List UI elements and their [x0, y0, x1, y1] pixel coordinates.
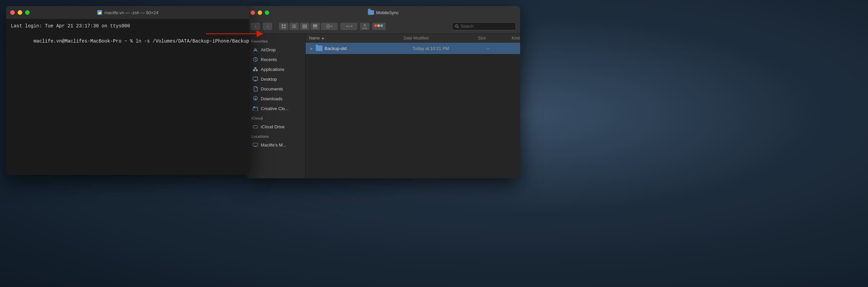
expand-button[interactable]: ▶ — [309, 46, 314, 51]
file-list-header: Name ▲ Date Modified Size Kind — [306, 34, 520, 43]
svg-rect-7 — [292, 26, 296, 27]
svg-rect-2 — [282, 24, 283, 26]
svg-rect-14 — [315, 28, 316, 28]
icloud-label: iCloud — [247, 113, 305, 122]
sort-arrow: ▲ — [321, 36, 325, 40]
column-modified[interactable]: Date Modified — [404, 36, 478, 41]
locations-label: Locations — [247, 132, 305, 140]
icloud-drive-icon — [253, 124, 258, 129]
search-icon — [455, 24, 459, 28]
svg-rect-30 — [253, 77, 258, 80]
finder-maximize-button[interactable] — [265, 10, 269, 15]
finder-title: MobileSync — [368, 10, 399, 15]
folder-icon — [316, 46, 323, 51]
airdrop-icon — [253, 47, 258, 52]
file-modified: Today at 10:21 PM — [412, 46, 487, 51]
documents-label: Documents — [261, 86, 283, 92]
column-size[interactable]: Size — [478, 36, 512, 41]
svg-rect-28 — [256, 69, 258, 71]
column-name[interactable]: Name ▲ — [309, 36, 404, 41]
file-size: -- — [487, 46, 520, 51]
table-row[interactable]: ▶ Backup-old Today at 10:21 PM -- Folder — [306, 43, 520, 54]
svg-line-24 — [458, 27, 459, 28]
svg-rect-35 — [253, 143, 258, 146]
favorites-label: Favorites — [247, 36, 305, 45]
desktop-icon — [253, 76, 258, 82]
terminal-line-2: maclife.vn@Maclifes-MacBook-Pro ~ % ln -… — [11, 30, 245, 52]
macbook-label: Maclife's M... — [261, 142, 286, 148]
recents-label: Recents — [261, 57, 277, 62]
icloud-drive-label: iCloud Drive — [261, 124, 285, 129]
list-view-button[interactable] — [289, 23, 299, 30]
finder-sidebar: Favorites AirDrop Recents — [247, 34, 306, 178]
applications-label: Applications — [261, 67, 284, 72]
file-name: Backup-old — [325, 46, 412, 51]
action-button[interactable]: ▾ — [340, 23, 357, 30]
terminal-maximize-button[interactable] — [25, 10, 30, 15]
svg-point-21 — [377, 24, 380, 27]
view-buttons: ▾ — [279, 23, 338, 30]
sidebar-item-recents[interactable]: Recents — [248, 55, 304, 64]
column-kind[interactable]: Kind — [512, 36, 520, 41]
sidebar-item-desktop[interactable]: Desktop — [248, 74, 304, 84]
svg-rect-36 — [254, 146, 256, 147]
search-box[interactable]: Search — [452, 22, 516, 30]
recents-icon — [253, 57, 258, 62]
finder-titlebar: MobileSync — [247, 6, 520, 19]
svg-rect-6 — [292, 25, 296, 25]
terminal-line-1: Last login: Tue Apr 21 23:17:30 on ttys0… — [11, 22, 245, 30]
column-view-button[interactable] — [300, 23, 309, 30]
terminal-title-icon: 📁 — [97, 10, 102, 15]
svg-rect-3 — [284, 24, 286, 26]
svg-point-18 — [347, 26, 348, 27]
forward-button[interactable]: › — [263, 23, 272, 30]
back-button[interactable]: ‹ — [251, 23, 260, 30]
sidebar-item-downloads[interactable]: Downloads — [248, 94, 304, 103]
share-button[interactable] — [360, 23, 369, 30]
finder-toolbar: ‹ › ▾ — [247, 19, 520, 34]
downloads-icon — [253, 96, 258, 101]
gallery-view-button[interactable] — [310, 23, 320, 30]
documents-icon — [253, 86, 258, 92]
finder-minimize-button[interactable] — [258, 10, 262, 15]
terminal-body[interactable]: Last login: Tue Apr 21 23:17:30 on ttys0… — [6, 19, 249, 56]
computer-icon — [253, 142, 258, 148]
terminal-titlebar: 📁 maclife.vn — -zsh — 80×24 — [6, 6, 249, 19]
svg-rect-27 — [253, 69, 255, 71]
airdrop-label: AirDrop — [261, 47, 276, 52]
icon-view-button[interactable] — [279, 23, 288, 30]
terminal-close-button[interactable] — [10, 10, 15, 15]
creative-cloud-label: Creative Clo... — [261, 106, 288, 111]
sidebar-item-documents[interactable]: Documents — [248, 84, 304, 94]
tag-button[interactable] — [372, 23, 386, 30]
svg-rect-12 — [313, 24, 317, 27]
svg-point-20 — [374, 24, 377, 27]
downloads-label: Downloads — [261, 96, 282, 101]
terminal-window[interactable]: 📁 maclife.vn — -zsh — 80×24 Last login: … — [6, 6, 249, 175]
svg-rect-29 — [254, 67, 256, 69]
sidebar-item-applications[interactable]: Applications — [248, 64, 304, 74]
svg-rect-15 — [316, 28, 317, 28]
svg-rect-8 — [292, 27, 296, 28]
terminal-minimize-button[interactable] — [18, 10, 22, 15]
search-placeholder: Search — [461, 24, 474, 29]
terminal-title: 📁 maclife.vn — -zsh — 80×24 — [97, 10, 158, 15]
svg-rect-11 — [306, 24, 307, 28]
sidebar-item-macbook[interactable]: Maclife's M... — [248, 140, 304, 150]
svg-rect-13 — [313, 28, 314, 28]
svg-rect-31 — [254, 81, 256, 81]
svg-rect-9 — [303, 24, 304, 28]
finder-folder-icon — [368, 10, 374, 15]
finder-window[interactable]: MobileSync ‹ › — [247, 6, 520, 178]
svg-text:📁: 📁 — [98, 11, 102, 15]
sidebar-item-airdrop[interactable]: AirDrop — [248, 45, 304, 54]
svg-point-17 — [346, 26, 347, 27]
finder-file-area: Name ▲ Date Modified Size Kind ▶ Backup-… — [306, 34, 520, 178]
svg-point-19 — [349, 26, 350, 27]
svg-rect-10 — [304, 24, 305, 28]
svg-rect-4 — [282, 27, 283, 28]
sidebar-item-creative-cloud[interactable]: Creative Clo... — [248, 104, 304, 113]
finder-close-button[interactable] — [251, 10, 255, 15]
view-options-button[interactable]: ▾ — [321, 23, 338, 30]
sidebar-item-icloud-drive[interactable]: iCloud Drive — [248, 122, 304, 131]
